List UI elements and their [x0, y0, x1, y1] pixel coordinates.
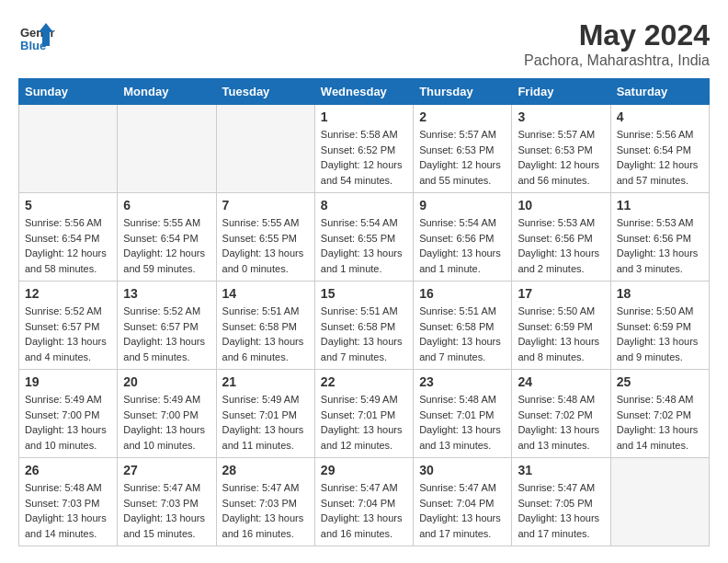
day-detail: Sunrise: 5:55 AM Sunset: 6:54 PM Dayligh… [123, 215, 210, 276]
calendar-cell: 29Sunrise: 5:47 AM Sunset: 7:04 PM Dayli… [314, 458, 413, 546]
day-detail: Sunrise: 5:53 AM Sunset: 6:56 PM Dayligh… [518, 215, 604, 276]
calendar-cell [610, 458, 709, 546]
logo-icon: General Blue [18, 18, 55, 55]
svg-text:Blue: Blue [20, 39, 46, 52]
day-detail: Sunrise: 5:57 AM Sunset: 6:53 PM Dayligh… [518, 127, 604, 188]
day-detail: Sunrise: 5:54 AM Sunset: 6:56 PM Dayligh… [419, 215, 506, 276]
weekday-header-thursday: Thursday [414, 79, 512, 105]
weekday-header-row: SundayMondayTuesdayWednesdayThursdayFrid… [19, 79, 710, 105]
calendar-cell [216, 105, 314, 193]
day-number: 27 [123, 463, 210, 477]
day-detail: Sunrise: 5:49 AM Sunset: 7:01 PM Dayligh… [222, 392, 309, 453]
day-detail: Sunrise: 5:48 AM Sunset: 7:03 PM Dayligh… [25, 480, 111, 541]
day-number: 18 [617, 286, 703, 301]
day-detail: Sunrise: 5:51 AM Sunset: 6:58 PM Dayligh… [222, 304, 309, 364]
calendar-cell: 4Sunrise: 5:56 AM Sunset: 6:54 PM Daylig… [610, 105, 709, 193]
day-detail: Sunrise: 5:47 AM Sunset: 7:04 PM Dayligh… [321, 480, 407, 541]
calendar-cell: 21Sunrise: 5:49 AM Sunset: 7:01 PM Dayli… [216, 370, 314, 458]
day-detail: Sunrise: 5:54 AM Sunset: 6:55 PM Dayligh… [321, 215, 407, 276]
day-detail: Sunrise: 5:51 AM Sunset: 6:58 PM Dayligh… [321, 304, 407, 364]
svg-text:General: General [20, 26, 55, 40]
day-number: 31 [518, 463, 604, 477]
day-number: 23 [419, 374, 506, 389]
calendar-cell [19, 105, 118, 193]
day-number: 21 [222, 374, 309, 389]
calendar-cell: 19Sunrise: 5:49 AM Sunset: 7:00 PM Dayli… [19, 370, 118, 458]
day-detail: Sunrise: 5:50 AM Sunset: 6:59 PM Dayligh… [617, 304, 703, 364]
day-number: 4 [617, 109, 703, 124]
calendar-cell: 31Sunrise: 5:47 AM Sunset: 7:05 PM Dayli… [512, 458, 610, 546]
calendar-cell: 18Sunrise: 5:50 AM Sunset: 6:59 PM Dayli… [610, 282, 709, 370]
day-number: 19 [25, 374, 111, 389]
day-detail: Sunrise: 5:49 AM Sunset: 7:00 PM Dayligh… [25, 392, 111, 453]
calendar-cell [118, 105, 216, 193]
calendar-cell: 1Sunrise: 5:58 AM Sunset: 6:52 PM Daylig… [314, 105, 413, 193]
day-detail: Sunrise: 5:49 AM Sunset: 7:01 PM Dayligh… [321, 392, 407, 453]
day-detail: Sunrise: 5:50 AM Sunset: 6:59 PM Dayligh… [518, 304, 604, 364]
page-header: General Blue May 2024 Pachora, Maharasht… [18, 18, 710, 69]
calendar-cell: 25Sunrise: 5:48 AM Sunset: 7:02 PM Dayli… [610, 370, 709, 458]
calendar-cell: 15Sunrise: 5:51 AM Sunset: 6:58 PM Dayli… [314, 282, 413, 370]
day-detail: Sunrise: 5:58 AM Sunset: 6:52 PM Dayligh… [321, 127, 407, 188]
title-block: May 2024 Pachora, Maharashtra, India [524, 18, 710, 69]
calendar-week-2: 5Sunrise: 5:56 AM Sunset: 6:54 PM Daylig… [19, 193, 710, 282]
calendar-cell: 20Sunrise: 5:49 AM Sunset: 7:00 PM Dayli… [118, 370, 216, 458]
calendar-cell: 10Sunrise: 5:53 AM Sunset: 6:56 PM Dayli… [512, 193, 610, 282]
day-number: 22 [321, 374, 407, 389]
calendar-body: 1Sunrise: 5:58 AM Sunset: 6:52 PM Daylig… [19, 105, 710, 546]
calendar-cell: 12Sunrise: 5:52 AM Sunset: 6:57 PM Dayli… [19, 282, 118, 370]
calendar-cell: 2Sunrise: 5:57 AM Sunset: 6:53 PM Daylig… [414, 105, 512, 193]
day-number: 15 [321, 286, 407, 301]
day-number: 3 [518, 109, 604, 124]
day-detail: Sunrise: 5:53 AM Sunset: 6:56 PM Dayligh… [617, 215, 703, 276]
day-number: 28 [222, 463, 309, 477]
day-detail: Sunrise: 5:56 AM Sunset: 6:54 PM Dayligh… [617, 127, 703, 188]
day-detail: Sunrise: 5:48 AM Sunset: 7:02 PM Dayligh… [617, 392, 703, 453]
day-number: 7 [222, 198, 309, 213]
calendar-cell: 5Sunrise: 5:56 AM Sunset: 6:54 PM Daylig… [19, 193, 118, 282]
day-number: 17 [518, 286, 604, 301]
day-number: 20 [123, 374, 210, 389]
day-number: 1 [321, 109, 407, 124]
calendar-cell: 28Sunrise: 5:47 AM Sunset: 7:03 PM Dayli… [216, 458, 314, 546]
day-detail: Sunrise: 5:48 AM Sunset: 7:02 PM Dayligh… [518, 392, 604, 453]
calendar-cell: 8Sunrise: 5:54 AM Sunset: 6:55 PM Daylig… [314, 193, 413, 282]
calendar-cell: 7Sunrise: 5:55 AM Sunset: 6:55 PM Daylig… [216, 193, 314, 282]
day-number: 29 [321, 463, 407, 477]
day-detail: Sunrise: 5:52 AM Sunset: 6:57 PM Dayligh… [123, 304, 210, 364]
calendar-cell: 6Sunrise: 5:55 AM Sunset: 6:54 PM Daylig… [118, 193, 216, 282]
day-number: 2 [419, 109, 506, 124]
calendar-cell: 16Sunrise: 5:51 AM Sunset: 6:58 PM Dayli… [414, 282, 512, 370]
day-number: 25 [617, 374, 703, 389]
calendar-cell: 13Sunrise: 5:52 AM Sunset: 6:57 PM Dayli… [118, 282, 216, 370]
day-number: 8 [321, 198, 407, 213]
calendar-cell: 26Sunrise: 5:48 AM Sunset: 7:03 PM Dayli… [19, 458, 118, 546]
day-number: 11 [617, 198, 703, 213]
weekday-header-sunday: Sunday [19, 79, 118, 105]
weekday-header-friday: Friday [512, 79, 610, 105]
calendar-cell: 9Sunrise: 5:54 AM Sunset: 6:56 PM Daylig… [414, 193, 512, 282]
day-number: 16 [419, 286, 506, 301]
day-number: 14 [222, 286, 309, 301]
day-number: 30 [419, 463, 506, 477]
day-detail: Sunrise: 5:47 AM Sunset: 7:04 PM Dayligh… [419, 480, 506, 541]
calendar-week-5: 26Sunrise: 5:48 AM Sunset: 7:03 PM Dayli… [19, 458, 710, 546]
day-detail: Sunrise: 5:56 AM Sunset: 6:54 PM Dayligh… [25, 215, 111, 276]
weekday-header-tuesday: Tuesday [216, 79, 314, 105]
calendar-cell: 17Sunrise: 5:50 AM Sunset: 6:59 PM Dayli… [512, 282, 610, 370]
day-number: 13 [123, 286, 210, 301]
day-detail: Sunrise: 5:51 AM Sunset: 6:58 PM Dayligh… [419, 304, 506, 364]
day-detail: Sunrise: 5:47 AM Sunset: 7:05 PM Dayligh… [518, 480, 604, 541]
day-detail: Sunrise: 5:47 AM Sunset: 7:03 PM Dayligh… [222, 480, 309, 541]
day-detail: Sunrise: 5:47 AM Sunset: 7:03 PM Dayligh… [123, 480, 210, 541]
calendar-cell: 30Sunrise: 5:47 AM Sunset: 7:04 PM Dayli… [414, 458, 512, 546]
calendar-table: SundayMondayTuesdayWednesdayThursdayFrid… [18, 78, 710, 546]
calendar-cell: 23Sunrise: 5:48 AM Sunset: 7:01 PM Dayli… [414, 370, 512, 458]
day-detail: Sunrise: 5:55 AM Sunset: 6:55 PM Dayligh… [222, 215, 309, 276]
day-detail: Sunrise: 5:49 AM Sunset: 7:00 PM Dayligh… [123, 392, 210, 453]
location: Pachora, Maharashtra, India [524, 52, 710, 69]
day-detail: Sunrise: 5:57 AM Sunset: 6:53 PM Dayligh… [419, 127, 506, 188]
calendar-cell: 24Sunrise: 5:48 AM Sunset: 7:02 PM Dayli… [512, 370, 610, 458]
day-number: 5 [25, 198, 111, 213]
calendar-cell: 22Sunrise: 5:49 AM Sunset: 7:01 PM Dayli… [314, 370, 413, 458]
